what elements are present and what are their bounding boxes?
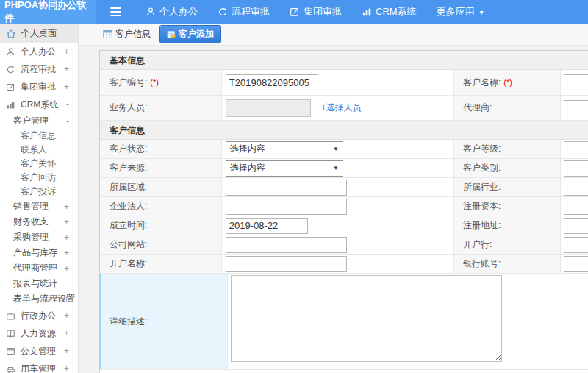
industry-input[interactable] [564,180,588,196]
sidebar-label: 客户回访 [21,171,56,184]
main-content: 客户信息 客户添加 基本信息 客户编号:(*) 客户名称:(*) 业务人员: +… [79,24,588,373]
expand-icon[interactable]: + [64,310,69,321]
sidebar-item-admin-office[interactable]: 行政办公 + [0,307,78,324]
menu-toggle-icon[interactable] [110,7,121,16]
customer-category-input[interactable] [564,160,588,177]
sidebar-item-finance[interactable]: 财务收支+ [0,214,78,230]
agent-input[interactable] [564,100,588,116]
sidebar-item-purchase-mgmt[interactable]: 采购管理+ [0,230,78,245]
sidebar-label: 产品与库存 [13,246,57,259]
field-label: 详细描述: [99,274,228,369]
book-icon [6,329,15,338]
car-icon [6,364,15,373]
field-label: 客户类别: [454,159,561,177]
customer-status-select[interactable]: 选择内容▼ [226,141,343,157]
sidebar-item-contacts[interactable]: 联系人 [0,143,78,157]
salesperson-input [226,99,311,117]
expand-icon[interactable]: + [64,82,69,92]
sidebar-item-personal-office[interactable]: 个人办公 + [0,43,78,60]
sidebar-label: 客户管理 [13,115,49,127]
collapse-icon[interactable]: - [66,116,69,127]
founded-date-input[interactable] [226,218,308,234]
customer-code-input[interactable] [226,74,318,90]
website-input[interactable] [226,237,347,253]
sidebar-item-agent-mgmt[interactable]: 代理商管理+ [0,260,78,276]
nav-process-approval[interactable]: 流程审批 [218,5,270,18]
sidebar-item-customer-revisit[interactable]: 客户回访 [0,171,78,185]
select-arrow-icon: ▼ [333,165,339,171]
sidebar-label: 人力资源 [21,327,56,340]
sidebar-item-form-flow-settings[interactable]: 表单与流程设置+ [0,291,78,307]
sidebar-item-customer-mgmt[interactable]: 客户管理 - [0,113,78,129]
nav-label: 更多应用 [437,5,475,18]
tab-label: 客户添加 [179,28,214,40]
expand-icon[interactable]: + [64,64,69,74]
form-row-legal-person: 企业法人: 注册资本: [100,197,588,216]
sidebar-item-customer-complaint[interactable]: 客户投诉 [0,185,78,199]
home-icon [6,29,16,39]
expand-icon[interactable]: + [64,232,69,243]
sidebar-item-product-stock[interactable]: 产品与库存+ [0,245,78,260]
nav-label: 个人办公 [159,5,198,18]
nav-label: CRM系统 [376,5,417,18]
expand-icon[interactable]: + [64,328,69,338]
customer-source-select[interactable]: 选择内容▼ [226,160,343,177]
top-bar: PHPOA协同办公软件 个人办公 流程审批 集团审批 CRM系统 更多应用 ▾ [0,0,588,24]
tab-customer-add[interactable]: 客户添加 [159,25,221,43]
nav-label: 集团审批 [304,5,342,18]
bank-branch-input[interactable] [564,237,588,253]
person-icon [6,47,15,57]
sidebar-item-group-approval[interactable]: 集团审批 + [0,78,78,96]
sidebar-label: 客户投诉 [21,185,56,198]
sidebar-item-reports[interactable]: 报表与统计 [0,276,78,291]
nav-group-approval[interactable]: 集团审批 [290,5,342,18]
sidebar-item-desktop[interactable]: 个人桌面 [0,24,78,43]
customer-grade-input[interactable] [564,141,588,157]
account-name-input[interactable] [226,256,347,272]
expand-icon[interactable]: + [64,346,69,356]
collapse-icon[interactable]: - [66,99,69,110]
expand-icon[interactable]: + [64,294,69,305]
sidebar-item-hr[interactable]: 人力资源 + [0,324,78,342]
customer-name-input[interactable] [564,74,588,90]
expand-icon[interactable]: + [64,46,69,57]
sidebar-label: 代理商管理 [13,262,57,274]
nav-personal-office[interactable]: 个人办公 [146,5,198,18]
form-row-customer-code: 客户编号:(*) 客户名称:(*) [100,70,588,96]
nav-more-apps[interactable]: 更多应用 ▾ [437,5,484,18]
legal-person-input[interactable] [226,199,347,215]
table-icon [103,29,112,39]
select-person-link[interactable]: +选择人员 [321,102,362,114]
registered-address-input[interactable] [564,218,588,234]
process-icon [218,7,228,17]
registered-capital-input[interactable] [564,199,588,215]
nav-crm-system[interactable]: CRM系统 [362,5,417,18]
sidebar-item-customer-care[interactable]: 客户关怀 [0,157,78,171]
expand-icon[interactable]: + [64,263,69,274]
expand-icon[interactable]: + [64,248,69,258]
section-header-customer: 客户信息 [100,121,588,140]
expand-icon[interactable]: + [64,363,69,373]
nav-label: 流程审批 [232,5,270,18]
sidebar-item-sales-mgmt[interactable]: 销售管理+ [0,199,78,214]
expand-icon[interactable]: + [64,217,69,227]
form-row-region: 所属区域: 所属行业: [100,178,588,197]
sidebar-item-customer-info[interactable]: 客户信息 [0,129,78,143]
sidebar-item-crm[interactable]: CRM系统 - [0,96,78,113]
bank-account-input[interactable] [564,256,588,272]
field-label: 客户状态: [100,140,222,158]
field-label: 企业法人: [100,197,222,216]
field-label: 银行账号: [454,255,561,273]
sidebar-label: 个人办公 [21,46,56,58]
form-row-customer-status: 客户状态: 选择内容▼ 客户等级: [100,140,588,159]
expand-icon[interactable]: + [64,202,69,212]
sidebar-item-vehicle-mgmt[interactable]: 用车管理 + [0,360,78,373]
detail-description-textarea[interactable] [231,275,502,362]
sidebar-item-process-approval[interactable]: 流程审批 + [0,60,78,78]
field-label: 公司网站: [100,235,222,254]
tab-customer-info[interactable]: 客户信息 [100,26,154,43]
region-input[interactable] [226,180,347,196]
form-row-customer-source: 客户来源: 选择内容▼ 客户类别: [100,159,588,178]
form-row-founded-date: 成立时间: 注册地址: [100,216,588,235]
sidebar-item-document-mgmt[interactable]: 公文管理 + [0,342,78,360]
